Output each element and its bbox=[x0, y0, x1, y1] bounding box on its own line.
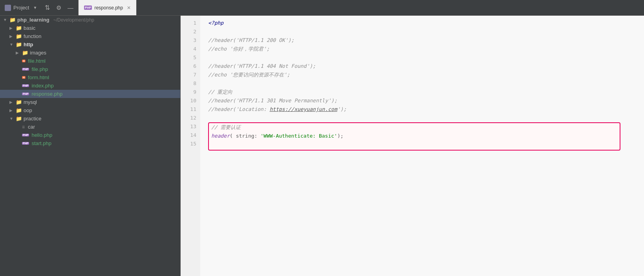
html-icon2: H bbox=[22, 76, 26, 79]
hello-php-label: hello.php bbox=[31, 132, 52, 138]
comment-11: //header('Location: https://xueyuanjun.c… bbox=[208, 106, 346, 112]
sidebar-item-form-html[interactable]: ▶ H form.html bbox=[0, 73, 180, 82]
comment-6: //header('HTTP/1.1 404 Not Found'); bbox=[208, 63, 316, 69]
sidebar-item-http[interactable]: ▼ 📁 http bbox=[0, 40, 180, 49]
car-label: car bbox=[28, 124, 35, 130]
start-php-label: start.php bbox=[31, 140, 51, 146]
http-label: http bbox=[24, 42, 33, 47]
line-num-4: 4 bbox=[181, 45, 200, 53]
html-icon: H bbox=[22, 60, 26, 62]
php-icon: PHP bbox=[22, 68, 29, 71]
comment-9: // 重定向 bbox=[208, 89, 232, 95]
code-line-13: // 需要认证 bbox=[211, 123, 617, 132]
top-bar: Project ▼ ⇅ ⚙ — PHP response.php ✕ bbox=[0, 0, 644, 16]
sidebar-item-car[interactable]: ▶ ≡ car bbox=[0, 123, 180, 131]
images-arrow: ▶ bbox=[16, 51, 20, 55]
sidebar-item-function[interactable]: ▶ 📁 function bbox=[0, 32, 180, 40]
sidebar: ▼ 📁 php_learning ~/Development/php ▶ 📁 b… bbox=[0, 16, 181, 276]
sidebar-item-practice[interactable]: ▼ 📁 practice bbox=[0, 114, 180, 123]
minimize-icon[interactable]: — bbox=[68, 4, 73, 11]
basic-label: basic bbox=[24, 25, 35, 31]
line-num-14: 14 bbox=[181, 131, 200, 140]
comment-3: //header('HTTP/1.1 200 OK'); bbox=[208, 37, 294, 43]
line-num-11: 11 bbox=[181, 105, 200, 114]
line-numbers: 1 2 3 4 5 6 7 8 9 10 11 12 13 14 15 bbox=[181, 16, 200, 276]
php-open-tag: <?php bbox=[208, 20, 223, 26]
basic-folder-icon: 📁 bbox=[16, 25, 22, 31]
tab-response-php[interactable]: PHP response.php ✕ bbox=[79, 0, 137, 15]
code-line-11: //header('Location: https://xueyuanjun.c… bbox=[208, 105, 636, 114]
comment-13: // 需要认证 bbox=[211, 124, 241, 130]
tab-bar: PHP response.php ✕ bbox=[79, 0, 644, 15]
tab-label: response.php bbox=[94, 5, 123, 11]
line-num-8: 8 bbox=[181, 79, 200, 88]
code-lines[interactable]: <?php //header('HTTP/1.1 200 OK'); //ech… bbox=[200, 16, 644, 276]
comment-7: //echo '您要访问的资源不存在'; bbox=[208, 72, 290, 78]
header-keyword: header bbox=[211, 133, 230, 139]
sidebar-item-response-php[interactable]: ▶ PHP response.php bbox=[0, 90, 180, 98]
oop-arrow: ▶ bbox=[9, 108, 14, 113]
php-icon2: PHP bbox=[22, 84, 29, 87]
tab-close-button[interactable]: ✕ bbox=[127, 5, 131, 11]
line-num-9: 9 bbox=[181, 88, 200, 96]
form-html-label: form.html bbox=[28, 74, 49, 80]
images-label: images bbox=[30, 50, 46, 56]
code-line-9: // 重定向 bbox=[208, 88, 636, 96]
sidebar-root[interactable]: ▼ 📁 php_learning ~/Development/php bbox=[0, 16, 180, 24]
mysql-arrow: ▶ bbox=[9, 100, 14, 104]
code-line-4: //echo '你好，学院君'; bbox=[208, 45, 636, 53]
sidebar-item-images[interactable]: ▶ 📁 images bbox=[0, 49, 180, 57]
line-num-5: 5 bbox=[181, 53, 200, 62]
sidebar-item-file-php[interactable]: ▶ PHP file.php bbox=[0, 65, 180, 73]
root-folder-icon: 📁 bbox=[9, 17, 16, 23]
http-arrow: ▼ bbox=[9, 42, 14, 47]
paren-open: ( bbox=[230, 133, 233, 139]
sidebar-item-hello-php[interactable]: ▶ PHP hello.php bbox=[0, 131, 180, 139]
http-folder-icon: 📁 bbox=[16, 42, 22, 47]
comment-10: //header('HTTP/1.1 301 Move Permanently'… bbox=[208, 98, 337, 104]
code-line-1: <?php bbox=[208, 19, 636, 27]
car-file-icon: ≡ bbox=[22, 124, 25, 130]
code-line-10: //header('HTTP/1.1 301 Move Permanently'… bbox=[208, 96, 636, 105]
comment-4: //echo '你好，学院君'; bbox=[208, 46, 269, 52]
dropdown-arrow: ▼ bbox=[33, 5, 37, 10]
line-num-2: 2 bbox=[181, 27, 200, 36]
code-line-15 bbox=[211, 140, 617, 149]
sidebar-item-start-php[interactable]: ▶ PHP start.php bbox=[0, 139, 180, 147]
line-num-7: 7 bbox=[181, 71, 200, 79]
collapse-icon[interactable]: ⇅ bbox=[45, 4, 50, 11]
code-editor[interactable]: 1 2 3 4 5 6 7 8 9 10 11 12 13 14 15 <?ph… bbox=[181, 16, 644, 276]
php-icon3: PHP bbox=[22, 93, 29, 95]
code-line-7: //echo '您要访问的资源不存在'; bbox=[208, 71, 636, 79]
sidebar-item-mysql[interactable]: ▶ 📁 mysql bbox=[0, 98, 180, 106]
code-line-12 bbox=[208, 114, 636, 122]
code-line-3: //header('HTTP/1.1 200 OK'); bbox=[208, 36, 636, 45]
code-line-5 bbox=[208, 53, 636, 62]
sidebar-item-oop[interactable]: ▶ 📁 oop bbox=[0, 106, 180, 114]
line-num-12: 12 bbox=[181, 114, 200, 122]
function-folder-icon: 📁 bbox=[16, 33, 22, 39]
root-label: php_learning bbox=[17, 17, 49, 23]
practice-label: practice bbox=[24, 116, 42, 122]
root-path: ~/Development/php bbox=[53, 17, 94, 23]
function-arrow: ▶ bbox=[9, 34, 14, 38]
string-value: 'WWW-Authenticate: Basic' bbox=[260, 133, 337, 139]
line-num-15: 15 bbox=[181, 140, 200, 148]
sidebar-item-index-php[interactable]: ▶ PHP index.php bbox=[0, 82, 180, 90]
sidebar-item-file-html[interactable]: ▶ H file.html bbox=[0, 57, 180, 65]
mysql-label: mysql bbox=[24, 99, 37, 105]
param-string: string: bbox=[236, 133, 258, 139]
paren-close: ); bbox=[337, 133, 344, 139]
project-title: Project bbox=[13, 5, 29, 11]
practice-arrow: ▼ bbox=[9, 116, 14, 121]
root-arrow: ▼ bbox=[3, 18, 8, 22]
oop-label: oop bbox=[24, 107, 32, 113]
url-link: https://xueyuanjun.com bbox=[270, 106, 337, 112]
project-icon bbox=[5, 5, 11, 11]
gear-icon[interactable]: ⚙ bbox=[56, 4, 61, 11]
sidebar-item-basic[interactable]: ▶ 📁 basic bbox=[0, 24, 180, 32]
mysql-folder-icon: 📁 bbox=[16, 99, 22, 105]
practice-folder-icon: 📁 bbox=[16, 116, 22, 122]
line-num-10: 10 bbox=[181, 96, 200, 105]
line-num-13: 13 bbox=[181, 122, 200, 131]
